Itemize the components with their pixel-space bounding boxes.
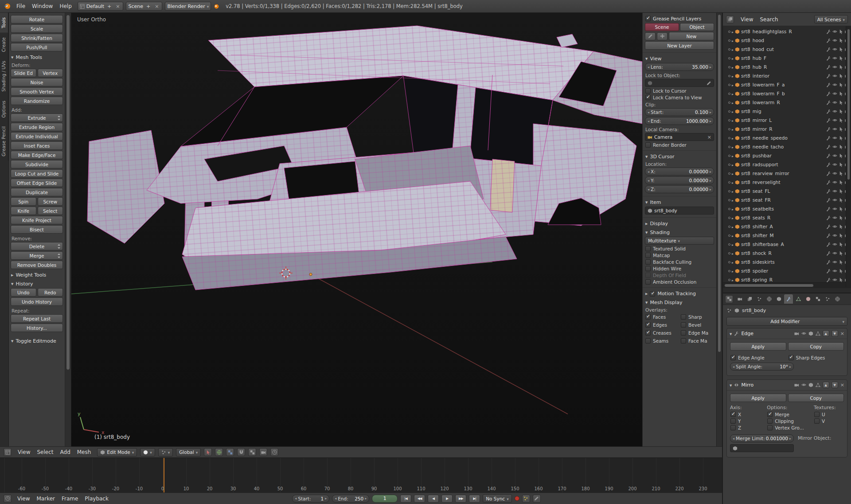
shading-option-checkbox[interactable]: Depth Of Field bbox=[645, 273, 714, 278]
expand-icon[interactable] bbox=[730, 382, 732, 388]
checkbox-box[interactable] bbox=[645, 253, 651, 258]
outliner-object-row[interactable]: srt8_hood_cut bbox=[723, 45, 851, 54]
manipulator-rotate-toggle[interactable] bbox=[215, 448, 223, 456]
grease-pencil-source-tab[interactable]: Object bbox=[680, 23, 714, 31]
restrict-view-eye-icon[interactable] bbox=[832, 109, 837, 114]
checkbox-box[interactable] bbox=[645, 330, 651, 336]
object-name[interactable]: srt8_seats_R bbox=[741, 215, 825, 220]
checkbox-box[interactable] bbox=[767, 412, 773, 417]
add-layout-button[interactable]: + bbox=[106, 4, 113, 9]
outliner-object-row[interactable]: srt8_hub_F bbox=[723, 54, 851, 63]
tool-shelf-tab[interactable]: Tools bbox=[0, 13, 8, 33]
lens-slider[interactable]: Lens:35.000 bbox=[645, 63, 714, 71]
restrict-select-arrow-icon[interactable] bbox=[839, 91, 843, 96]
restrict-view-eye-icon[interactable] bbox=[832, 127, 837, 132]
toggle-editmode-panel-header[interactable]: Toggle Editmode bbox=[11, 338, 62, 344]
editor-type-selector[interactable] bbox=[4, 448, 12, 456]
spinner-icon[interactable] bbox=[58, 244, 61, 249]
decrement-icon[interactable] bbox=[648, 110, 649, 114]
timeline-ruler[interactable]: -60-50-40-30-20-100102030405060708090100… bbox=[13, 486, 712, 491]
expand-icon[interactable] bbox=[732, 162, 734, 168]
mirror-option-checkbox[interactable]: Vertex Gro... bbox=[767, 425, 812, 430]
checkbox-box[interactable] bbox=[730, 425, 736, 430]
checkbox-box[interactable] bbox=[730, 355, 736, 360]
outliner-object-row[interactable]: srt8_headlightglass_R bbox=[723, 27, 851, 36]
object-name[interactable]: srt8_interior bbox=[741, 73, 825, 78]
mirror-option-checkbox[interactable]: Clipping bbox=[767, 418, 812, 424]
delete-modifier-button[interactable] bbox=[840, 331, 844, 336]
render-engine-dropdown[interactable]: Blender Render bbox=[165, 2, 211, 11]
outliner-horizontal-scrollbar[interactable] bbox=[723, 282, 851, 288]
restrict-view-eye-icon[interactable] bbox=[832, 65, 837, 70]
snap-element-dropdown[interactable] bbox=[248, 448, 256, 456]
add-tool-button[interactable]: Offset Edge Slide bbox=[11, 179, 63, 187]
restrict-select-arrow-icon[interactable] bbox=[839, 224, 843, 229]
restrict-select-arrow-icon[interactable] bbox=[839, 136, 843, 141]
clip-end-slider[interactable]: End:1000.000 bbox=[645, 117, 714, 125]
mesh-display-panel-header[interactable]: Mesh Display bbox=[645, 300, 714, 305]
checkbox-box[interactable] bbox=[645, 266, 651, 271]
menu-item[interactable]: View bbox=[15, 448, 33, 457]
restrict-select-arrow-icon[interactable] bbox=[839, 180, 843, 185]
restrict-select-arrow-icon[interactable] bbox=[839, 65, 843, 70]
expand-icon[interactable] bbox=[732, 29, 734, 35]
object-name[interactable]: srt8_rearview_mirror bbox=[741, 171, 825, 176]
restrict-view-eye-icon[interactable] bbox=[832, 162, 837, 167]
checkbox-box[interactable] bbox=[645, 246, 651, 251]
restrict-view-eye-icon[interactable] bbox=[832, 145, 837, 149]
outliner-object-row[interactable]: srt8_seat_FR bbox=[723, 195, 851, 204]
expand-icon[interactable] bbox=[732, 100, 734, 105]
modifier-header[interactable]: Mirro bbox=[727, 380, 847, 391]
checkbox-box[interactable] bbox=[645, 338, 651, 344]
object-name[interactable]: srt8_shifter_M bbox=[741, 233, 825, 238]
object-name[interactable]: srt8_needle_tacho bbox=[741, 144, 825, 149]
restrict-view-eye-icon[interactable] bbox=[832, 233, 837, 238]
checkbox-box[interactable] bbox=[730, 418, 736, 424]
outliner-object-row[interactable]: srt8_mirror_R bbox=[723, 125, 851, 133]
restrict-select-arrow-icon[interactable] bbox=[839, 207, 843, 211]
outliner-object-row[interactable]: srt8_interior bbox=[723, 71, 851, 80]
restrict-select-arrow-icon[interactable] bbox=[839, 74, 843, 78]
restrict-select-arrow-icon[interactable] bbox=[839, 198, 843, 203]
outliner-object-row[interactable]: srt8_radsupport bbox=[723, 160, 851, 169]
spinner-icon[interactable] bbox=[58, 116, 61, 120]
mirror-object-field[interactable] bbox=[730, 444, 794, 452]
menu-item[interactable]: Playback bbox=[82, 494, 112, 503]
transform-orientation-dropdown[interactable]: Global bbox=[176, 448, 201, 457]
expand-icon[interactable] bbox=[732, 91, 734, 97]
shading-option-checkbox[interactable]: Hidden Wire bbox=[645, 266, 714, 271]
keying-set-button[interactable] bbox=[522, 495, 530, 503]
object-name[interactable]: srt8_mirror_R bbox=[741, 126, 825, 132]
outliner-object-row[interactable]: srt8_spring_R bbox=[723, 275, 851, 282]
outliner-object-row[interactable]: srt8_seatbelts bbox=[723, 204, 851, 213]
checkbox-box[interactable] bbox=[645, 142, 651, 148]
object-name[interactable]: srt8_shifterbase_A bbox=[741, 242, 825, 247]
properties-region-scrollbar[interactable] bbox=[716, 13, 722, 446]
expand-icon[interactable] bbox=[730, 331, 732, 336]
checkbox-box[interactable] bbox=[789, 355, 794, 360]
restrict-view-eye-icon[interactable] bbox=[832, 153, 837, 158]
restrict-view-eye-icon[interactable] bbox=[832, 207, 837, 211]
deform-tool-button[interactable]: Smooth Vertex bbox=[11, 87, 63, 96]
object-name[interactable]: srt8_needle_speedo bbox=[741, 135, 825, 141]
insert-keyframe-button[interactable] bbox=[533, 495, 541, 503]
screen-layout-selector[interactable]: Default + bbox=[78, 2, 124, 11]
delete-layout-button[interactable] bbox=[114, 4, 121, 9]
overlay-checkbox[interactable]: Seams bbox=[645, 338, 678, 344]
decrement-icon[interactable] bbox=[733, 437, 734, 441]
expand-icon[interactable] bbox=[732, 38, 734, 43]
restrict-view-eye-icon[interactable] bbox=[832, 171, 837, 176]
restrict-select-arrow-icon[interactable] bbox=[839, 277, 843, 282]
outliner-object-row[interactable]: srt8_hood bbox=[723, 36, 851, 45]
restrict-select-arrow-icon[interactable] bbox=[839, 109, 843, 114]
tool-shelf-tab[interactable]: Create bbox=[0, 33, 8, 56]
cursor-location-field[interactable]: Z:0.00000 bbox=[645, 185, 714, 193]
checkbox-box[interactable] bbox=[645, 95, 651, 100]
add-tool-button[interactable]: Screw bbox=[38, 197, 63, 206]
tool-shelf-scrollbar[interactable] bbox=[65, 13, 71, 446]
menu-item[interactable]: File bbox=[13, 2, 28, 11]
object-name[interactable]: srt8_hood_cut bbox=[741, 47, 825, 52]
outliner-object-row[interactable]: srt8_rearview_mirror bbox=[723, 169, 851, 178]
add-layer-button[interactable] bbox=[657, 32, 668, 40]
clip-start-slider[interactable]: Start:0.100 bbox=[645, 108, 714, 116]
